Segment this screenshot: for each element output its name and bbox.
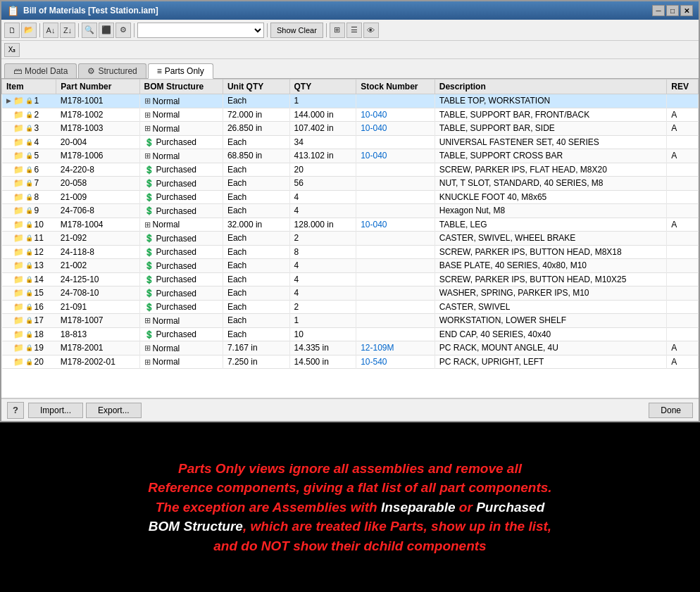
table-row[interactable]: 📁 🔒 8 21-009 💲 Purchased Each 4 KNUCKLE … xyxy=(2,190,699,204)
bom-structure-icon: 💲 xyxy=(144,179,154,188)
lock-icon: 🔒 xyxy=(25,152,33,159)
cell-item: 📁 🔒 20 xyxy=(2,355,56,368)
show-clear-button[interactable]: Show Clear xyxy=(270,23,323,38)
parts-only-icon: ≡ xyxy=(157,66,162,76)
cell-bom-structure: 💲 Purchased xyxy=(139,259,223,273)
cell-rev: A xyxy=(667,108,699,122)
table-row[interactable]: 📁 🔒 3 M178-1003 ⊞ Normal 26.850 in 107.4… xyxy=(2,122,699,136)
bom-structure-icon: 💲 xyxy=(144,138,154,147)
tab-structured[interactable]: ⚙ Structured xyxy=(78,63,146,78)
col-header-qty[interactable]: QTY xyxy=(289,80,356,94)
cell-part-number: 20-004 xyxy=(56,135,139,149)
bom-structure-icon: 💲 xyxy=(144,248,154,257)
item-number: 13 xyxy=(35,260,44,270)
bom-structure-icon: ⊞ xyxy=(144,151,151,160)
preview-button[interactable]: 👁 xyxy=(363,23,379,38)
open-button[interactable]: 📂 xyxy=(21,23,37,38)
cell-stock-number xyxy=(356,314,435,328)
cell-rev xyxy=(667,232,699,246)
cell-stock-number xyxy=(356,232,435,246)
lock-icon: 🔒 xyxy=(25,276,33,283)
bom-dropdown[interactable] xyxy=(137,23,264,38)
table-row[interactable]: 📁 🔒 10 M178-1004 ⊞ Normal 32.000 in 128.… xyxy=(2,218,699,232)
close-button[interactable]: ✕ xyxy=(680,5,693,16)
bom-structure-label: Purchased xyxy=(156,261,196,271)
settings-button[interactable]: ⚙ xyxy=(115,23,131,38)
table-row[interactable]: 📁 🔒 7 20-058 💲 Purchased Each 56 NUT, T … xyxy=(2,177,699,191)
table-row[interactable]: 📁 🔒 15 24-708-10 💲 Purchased Each 4 WASH… xyxy=(2,286,699,301)
minimize-button[interactable]: ─ xyxy=(652,5,665,16)
table-row[interactable]: 📁 🔒 18 18-813 💲 Purchased Each 10 END CA… xyxy=(2,327,699,341)
item-number: 20 xyxy=(35,357,44,367)
bom-structure-label: Purchased xyxy=(156,137,196,147)
cell-description: TABLE, SUPPORT BAR, FRONT/BACK xyxy=(435,108,667,122)
table-row[interactable]: 📁 🔒 19 M178-2001 ⊞ Normal 7.167 in 14.33… xyxy=(2,341,699,355)
cell-stock-number xyxy=(356,94,435,108)
x3-button[interactable]: X₃ xyxy=(4,43,20,57)
columns-button[interactable]: ⬛ xyxy=(99,23,114,38)
item-number: 6 xyxy=(35,165,39,175)
col-header-bom-structure[interactable]: BOM Structure xyxy=(139,80,223,94)
cell-bom-structure: ⊞ Normal xyxy=(139,355,223,369)
table-row[interactable]: 📁 🔒 13 21-002 💲 Purchased Each 4 BASE PL… xyxy=(2,259,699,273)
bom-structure-label: Purchased xyxy=(156,329,196,339)
table-row[interactable]: 📁 🔒 11 21-092 💲 Purchased Each 2 CASTER,… xyxy=(2,232,699,246)
tab-model-data[interactable]: 🗃 Model Data xyxy=(4,63,77,78)
table-row[interactable]: 📁 🔒 12 24-118-8 💲 Purchased Each 8 SCREW… xyxy=(2,245,699,259)
lock-icon: 🔒 xyxy=(25,194,33,201)
cell-rev xyxy=(667,245,699,259)
col-header-item[interactable]: Item xyxy=(2,80,56,94)
cell-qty: 20 xyxy=(289,163,356,177)
table-row[interactable]: 📁 🔒 4 20-004 💲 Purchased Each 34 UNIVERS… xyxy=(2,135,699,149)
cell-stock-number xyxy=(356,300,435,314)
table-row[interactable]: 📁 🔒 6 24-220-8 💲 Purchased Each 20 SCREW… xyxy=(2,163,699,177)
cell-qty: 4 xyxy=(289,204,356,218)
maximize-button[interactable]: □ xyxy=(666,5,679,16)
col-header-part-number[interactable]: Part Number xyxy=(56,80,139,94)
tab-structured-label: Structured xyxy=(98,66,137,76)
sort-za-button[interactable]: Z↓ xyxy=(60,23,75,38)
cell-item: 📁 🔒 7 xyxy=(2,177,56,189)
bom-structure-icon: 💲 xyxy=(144,165,154,175)
cell-rev xyxy=(667,259,699,273)
cell-unit-qty: Each xyxy=(223,327,289,341)
bom-table-container[interactable]: Item Part Number BOM Structure Unit QTY … xyxy=(1,79,699,398)
folder-icon: 📁 xyxy=(13,302,24,312)
table-row[interactable]: 📁 🔒 2 M178-1002 ⊞ Normal 72.000 in 144.0… xyxy=(2,108,699,122)
import-button[interactable]: Import... xyxy=(28,403,83,418)
table-row[interactable]: 📁 🔒 20 M178-2002-01 ⊞ Normal 7.250 in 14… xyxy=(2,355,699,369)
folder-icon: 📁 xyxy=(13,247,24,257)
col-header-stock-number[interactable]: Stock Number xyxy=(356,80,435,94)
table-row[interactable]: 📁 🔒 14 24-125-10 💲 Purchased Each 4 SCRE… xyxy=(2,272,699,286)
sort-az-button[interactable]: A↓ xyxy=(43,23,58,38)
table-row[interactable]: 📁 🔒 9 24-706-8 💲 Purchased Each 4 Hexago… xyxy=(2,204,699,218)
done-button[interactable]: Done xyxy=(649,403,693,418)
cell-stock-number: 10-040 xyxy=(356,122,435,136)
table-row[interactable]: 📁 🔒 5 M178-1006 ⊞ Normal 68.850 in 413.1… xyxy=(2,149,699,163)
cell-qty: 144.000 in xyxy=(289,108,356,122)
col-header-unit-qty[interactable]: Unit QTY xyxy=(223,80,289,94)
table-row[interactable]: 📁 🔒 16 21-091 💲 Purchased Each 2 CASTER,… xyxy=(2,300,699,314)
tab-parts-only[interactable]: ≡ Parts Only xyxy=(148,63,213,79)
cell-unit-qty: Each xyxy=(223,286,289,301)
folder-icon: 📁 xyxy=(13,329,24,339)
help-button[interactable]: ? xyxy=(7,402,24,419)
table-view-button[interactable]: ⊞ xyxy=(330,23,345,38)
lock-icon: 🔒 xyxy=(25,289,33,296)
filter-button[interactable]: 🔍 xyxy=(82,23,97,38)
lock-icon: 🔒 xyxy=(25,358,33,365)
table-row[interactable]: 📁 🔒 17 M178-1007 ⊞ Normal Each 1 WORKSTA… xyxy=(2,314,699,328)
export-button[interactable]: Export... xyxy=(86,403,142,418)
annotation-panel: Parts Only views ignore all assemblies a… xyxy=(0,422,700,592)
bom-structure-label: Normal xyxy=(153,124,180,134)
bom-structure-label: Purchased xyxy=(156,192,196,202)
col-header-rev[interactable]: REV xyxy=(667,80,699,94)
cell-part-number: M178-2001 xyxy=(56,341,139,355)
folder-icon: 📁 xyxy=(13,275,24,284)
table-row[interactable]: ▶ 📁 🔒 1 M178-1001 ⊞ Normal Each 1 TABLE … xyxy=(2,94,699,108)
cell-qty: 413.102 in xyxy=(289,149,356,163)
new-button[interactable]: 🗋 xyxy=(4,23,20,38)
col-header-description[interactable]: Description xyxy=(435,80,667,94)
cell-part-number: 21-092 xyxy=(56,232,139,246)
list-view-button[interactable]: ☰ xyxy=(346,23,362,38)
